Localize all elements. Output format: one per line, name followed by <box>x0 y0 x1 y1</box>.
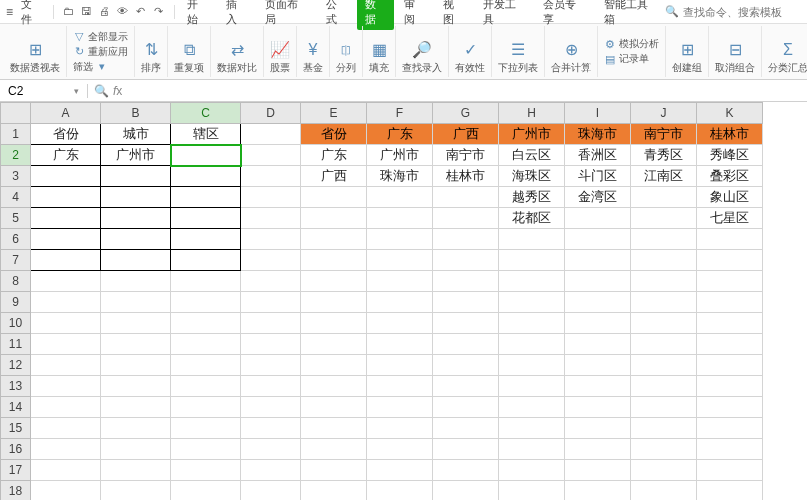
cell-F6[interactable] <box>367 229 433 250</box>
ribbon-compare[interactable]: ⇄数据对比 <box>211 26 264 77</box>
cell-H18[interactable] <box>499 481 565 501</box>
cell-C13[interactable] <box>171 376 241 397</box>
cell-E15[interactable] <box>301 418 367 439</box>
cell-F3[interactable]: 珠海市 <box>367 166 433 187</box>
cell-G3[interactable]: 桂林市 <box>433 166 499 187</box>
chevron-down-icon[interactable]: ▾ <box>74 86 79 96</box>
cell-G7[interactable] <box>433 250 499 271</box>
cell-C9[interactable] <box>171 292 241 313</box>
cell-A17[interactable] <box>31 460 101 481</box>
cell-K7[interactable] <box>697 250 763 271</box>
cell-B2[interactable]: 广州市 <box>101 145 171 166</box>
cell-I5[interactable] <box>565 208 631 229</box>
preview-icon[interactable]: 👁 <box>116 5 130 18</box>
cell-E18[interactable] <box>301 481 367 501</box>
row-header-10[interactable]: 10 <box>1 313 31 334</box>
row-header-1[interactable]: 1 <box>1 124 31 145</box>
cell-A18[interactable] <box>31 481 101 501</box>
row-header-17[interactable]: 17 <box>1 460 31 481</box>
row-header-9[interactable]: 9 <box>1 292 31 313</box>
cell-D12[interactable] <box>241 355 301 376</box>
app-menu-icon[interactable]: ≡ <box>4 5 15 19</box>
cell-J4[interactable] <box>631 187 697 208</box>
cell-I1[interactable]: 珠海市 <box>565 124 631 145</box>
cell-H10[interactable] <box>499 313 565 334</box>
cell-D17[interactable] <box>241 460 301 481</box>
row-header-8[interactable]: 8 <box>1 271 31 292</box>
cell-A9[interactable] <box>31 292 101 313</box>
row-header-18[interactable]: 18 <box>1 481 31 501</box>
cell-K12[interactable] <box>697 355 763 376</box>
row-header-2[interactable]: 2 <box>1 145 31 166</box>
cell-K2[interactable]: 秀峰区 <box>697 145 763 166</box>
cell-J9[interactable] <box>631 292 697 313</box>
cell-B15[interactable] <box>101 418 171 439</box>
cell-I9[interactable] <box>565 292 631 313</box>
cell-C7[interactable] <box>171 250 241 271</box>
cell-G12[interactable] <box>433 355 499 376</box>
cell-F17[interactable] <box>367 460 433 481</box>
cell-B17[interactable] <box>101 460 171 481</box>
cell-J13[interactable] <box>631 376 697 397</box>
cell-D1[interactable] <box>241 124 301 145</box>
cell-J10[interactable] <box>631 313 697 334</box>
cell-E4[interactable] <box>301 187 367 208</box>
cell-H3[interactable]: 海珠区 <box>499 166 565 187</box>
cell-I16[interactable] <box>565 439 631 460</box>
ribbon-filter[interactable]: ▽全部显示 ↻重新应用 筛选▾ <box>67 26 135 77</box>
cell-C11[interactable] <box>171 334 241 355</box>
cell-H4[interactable]: 越秀区 <box>499 187 565 208</box>
cell-C14[interactable] <box>171 397 241 418</box>
cell-K6[interactable] <box>697 229 763 250</box>
cell-H15[interactable] <box>499 418 565 439</box>
cell-I11[interactable] <box>565 334 631 355</box>
col-header-A[interactable]: A <box>31 103 101 124</box>
ribbon-sort[interactable]: ⇅排序 <box>135 26 168 77</box>
cell-C8[interactable] <box>171 271 241 292</box>
cell-F15[interactable] <box>367 418 433 439</box>
cell-G10[interactable] <box>433 313 499 334</box>
cell-D16[interactable] <box>241 439 301 460</box>
cell-H9[interactable] <box>499 292 565 313</box>
cell-B14[interactable] <box>101 397 171 418</box>
cell-F11[interactable] <box>367 334 433 355</box>
ribbon-fill[interactable]: ▦填充 <box>363 26 396 77</box>
cell-B6[interactable] <box>101 229 171 250</box>
cell-E10[interactable] <box>301 313 367 334</box>
cell-H1[interactable]: 广州市 <box>499 124 565 145</box>
cell-D15[interactable] <box>241 418 301 439</box>
row-header-16[interactable]: 16 <box>1 439 31 460</box>
cell-H16[interactable] <box>499 439 565 460</box>
cell-A15[interactable] <box>31 418 101 439</box>
cell-A14[interactable] <box>31 397 101 418</box>
fx-search-icon[interactable]: 🔍 <box>94 84 109 98</box>
cell-A10[interactable] <box>31 313 101 334</box>
save-icon[interactable]: 🖫 <box>80 5 94 18</box>
cell-I17[interactable] <box>565 460 631 481</box>
cell-H8[interactable] <box>499 271 565 292</box>
cell-B13[interactable] <box>101 376 171 397</box>
cell-A3[interactable] <box>31 166 101 187</box>
cell-I6[interactable] <box>565 229 631 250</box>
cell-F5[interactable] <box>367 208 433 229</box>
cell-G4[interactable] <box>433 187 499 208</box>
cell-D5[interactable] <box>241 208 301 229</box>
cell-E7[interactable] <box>301 250 367 271</box>
cell-J15[interactable] <box>631 418 697 439</box>
cell-I8[interactable] <box>565 271 631 292</box>
search-input[interactable] <box>683 6 803 18</box>
cell-I13[interactable] <box>565 376 631 397</box>
cell-H14[interactable] <box>499 397 565 418</box>
row-header-5[interactable]: 5 <box>1 208 31 229</box>
row-header-15[interactable]: 15 <box>1 418 31 439</box>
cell-D7[interactable] <box>241 250 301 271</box>
col-header-C[interactable]: C <box>171 103 241 124</box>
cell-D3[interactable] <box>241 166 301 187</box>
name-box[interactable]: C2 ▾ <box>0 84 88 98</box>
cell-B5[interactable] <box>101 208 171 229</box>
cell-I7[interactable] <box>565 250 631 271</box>
ribbon-dup[interactable]: ⧉重复项 <box>168 26 211 77</box>
cell-H17[interactable] <box>499 460 565 481</box>
cell-G14[interactable] <box>433 397 499 418</box>
select-all-corner[interactable] <box>1 103 31 124</box>
